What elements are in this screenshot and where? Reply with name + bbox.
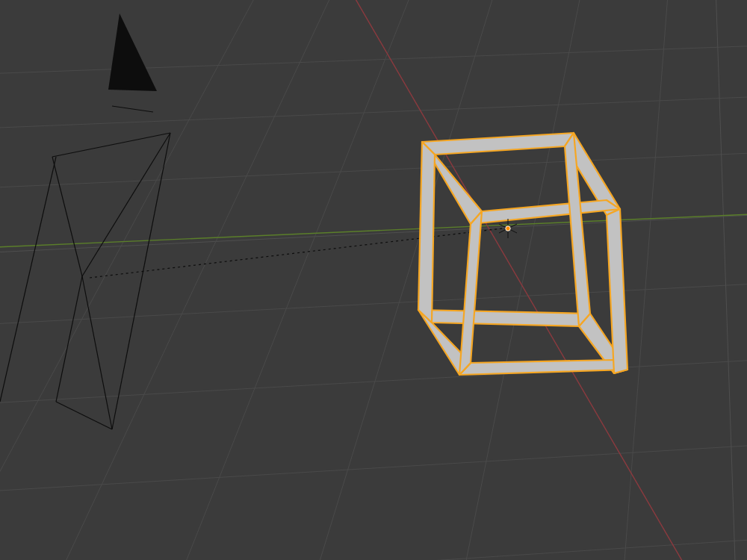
svg-marker-33 bbox=[418, 142, 435, 323]
viewport-3d[interactable] bbox=[0, 0, 747, 560]
svg-point-40 bbox=[506, 226, 510, 231]
